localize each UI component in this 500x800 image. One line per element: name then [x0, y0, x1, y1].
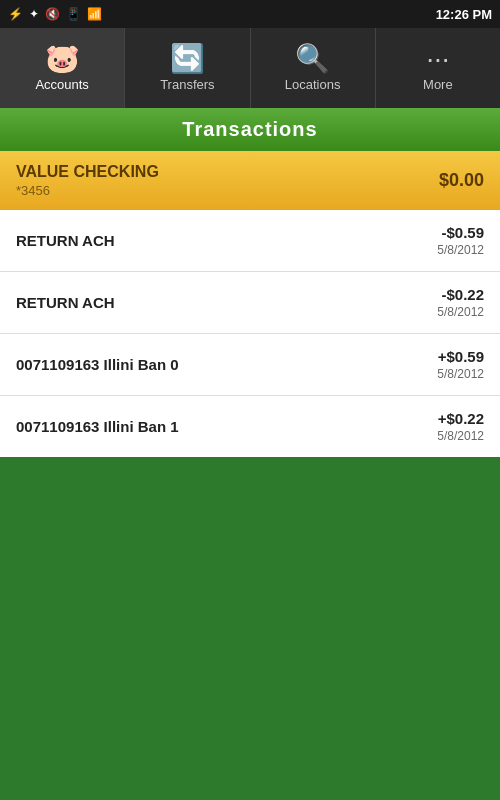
transaction-right-2: +$0.595/8/2012 — [437, 348, 484, 381]
locations-label: Locations — [285, 77, 341, 92]
account-name: VALUE CHECKING — [16, 163, 159, 181]
transactions-list: RETURN ACH-$0.595/8/2012RETURN ACH-$0.22… — [0, 210, 500, 457]
account-banner: VALUE CHECKING *3456 $0.00 — [0, 151, 500, 210]
account-number: *3456 — [16, 183, 159, 198]
time-display: 12:26 PM — [436, 7, 492, 22]
transaction-row-3[interactable]: 0071109163 Illini Ban 1+$0.225/8/2012 — [0, 396, 500, 457]
transaction-desc-1: RETURN ACH — [16, 294, 115, 311]
account-info: VALUE CHECKING *3456 — [16, 163, 159, 198]
transfers-label: Transfers — [160, 77, 214, 92]
tab-transfers[interactable]: 🔄 Transfers — [125, 28, 250, 108]
tab-accounts[interactable]: 🐷 Accounts — [0, 28, 125, 108]
transaction-desc-3: 0071109163 Illini Ban 1 — [16, 418, 179, 435]
locations-icon: 🔍 — [295, 45, 330, 73]
transaction-date-0: 5/8/2012 — [437, 243, 484, 257]
accounts-icon: 🐷 — [45, 45, 80, 73]
transfers-icon: 🔄 — [170, 45, 205, 73]
transaction-row-2[interactable]: 0071109163 Illini Ban 0+$0.595/8/2012 — [0, 334, 500, 396]
mute-icon: 🔇 — [45, 7, 60, 21]
transaction-amount-2: +$0.59 — [437, 348, 484, 365]
transaction-row-1[interactable]: RETURN ACH-$0.225/8/2012 — [0, 272, 500, 334]
bluetooth-icon: ✦ — [29, 7, 39, 21]
transaction-desc-2: 0071109163 Illini Ban 0 — [16, 356, 179, 373]
status-bar: ⚡ ✦ 🔇 📱 📶 12:26 PM — [0, 0, 500, 28]
status-right: 12:26 PM — [436, 7, 492, 22]
nav-tabs: 🐷 Accounts 🔄 Transfers 🔍 Locations ··· M… — [0, 28, 500, 108]
transaction-amount-3: +$0.22 — [437, 410, 484, 427]
wifi-icon: 📶 — [87, 7, 102, 21]
tab-more[interactable]: ··· More — [376, 28, 500, 108]
transaction-date-2: 5/8/2012 — [437, 367, 484, 381]
more-label: More — [423, 77, 453, 92]
transaction-right-1: -$0.225/8/2012 — [437, 286, 484, 319]
transaction-amount-0: -$0.59 — [437, 224, 484, 241]
account-balance: $0.00 — [439, 170, 484, 191]
transaction-desc-0: RETURN ACH — [16, 232, 115, 249]
green-area — [0, 457, 500, 800]
accounts-label: Accounts — [35, 77, 88, 92]
transaction-row-0[interactable]: RETURN ACH-$0.595/8/2012 — [0, 210, 500, 272]
transactions-header: Transactions — [0, 108, 500, 151]
transaction-right-0: -$0.595/8/2012 — [437, 224, 484, 257]
transaction-amount-1: -$0.22 — [437, 286, 484, 303]
page-title: Transactions — [182, 118, 317, 140]
usb-icon: ⚡ — [8, 7, 23, 21]
status-left-icons: ⚡ ✦ 🔇 📱 📶 — [8, 7, 102, 21]
transaction-date-3: 5/8/2012 — [437, 429, 484, 443]
transaction-date-1: 5/8/2012 — [437, 305, 484, 319]
transaction-right-3: +$0.225/8/2012 — [437, 410, 484, 443]
tab-locations[interactable]: 🔍 Locations — [251, 28, 376, 108]
phone-icon: 📱 — [66, 7, 81, 21]
more-icon: ··· — [426, 45, 449, 73]
